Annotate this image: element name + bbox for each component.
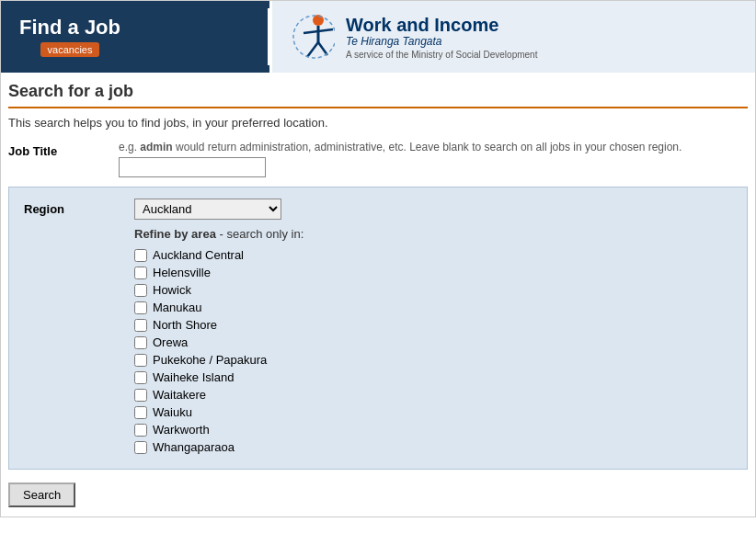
title-divider bbox=[8, 107, 748, 108]
work-income-logo: Work and Income Te Hiranga Tangata A ser… bbox=[291, 13, 537, 61]
svg-line-3 bbox=[307, 42, 318, 57]
checkbox-howick[interactable] bbox=[134, 284, 147, 297]
list-item: Waiheke Island bbox=[134, 370, 732, 384]
hint-prefix: e.g. bbox=[119, 141, 140, 153]
refine-bold: Refine by area bbox=[134, 227, 216, 241]
logo-figure-icon bbox=[291, 13, 335, 61]
svg-line-4 bbox=[318, 42, 327, 55]
region-section: Region Auckland Bay of Plenty Canterbury… bbox=[8, 187, 748, 470]
checkbox-orewa[interactable] bbox=[134, 336, 147, 349]
refine-suffix: - search only in: bbox=[216, 227, 304, 241]
header: Find a Job vacancies bbox=[1, 1, 755, 73]
area-label: Waiheke Island bbox=[153, 370, 234, 384]
checkbox-pukekohe[interactable] bbox=[134, 354, 147, 367]
area-label: Whangaparaoa bbox=[153, 440, 235, 454]
job-title-field: e.g. admin would return administration, … bbox=[119, 141, 748, 177]
checkbox-helensville[interactable] bbox=[134, 267, 147, 279]
page-content: Search for a job This search helps you t… bbox=[1, 73, 755, 517]
job-title-label: Job Title bbox=[8, 141, 119, 158]
region-select[interactable]: Auckland Bay of Plenty Canterbury Gisbor… bbox=[134, 199, 281, 220]
checkbox-auckland-central[interactable] bbox=[134, 249, 147, 262]
job-title-hint: e.g. admin would return administration, … bbox=[119, 141, 748, 153]
intro-text: This search helps you to find jobs, in y… bbox=[8, 116, 748, 130]
checkbox-whangaparaoa[interactable] bbox=[134, 441, 147, 454]
list-item: Auckland Central bbox=[134, 248, 732, 262]
logo-section: Work and Income Te Hiranga Tangata A ser… bbox=[269, 1, 755, 73]
refine-label: Refine by area - search only in: bbox=[134, 227, 732, 241]
list-item: Warkworth bbox=[134, 423, 732, 437]
list-item: Howick bbox=[134, 283, 732, 297]
list-item: Orewa bbox=[134, 335, 732, 349]
checkbox-waitakere[interactable] bbox=[134, 389, 147, 402]
page-title: Search for a job bbox=[8, 82, 748, 101]
brand-title: Find a Job bbox=[19, 17, 120, 39]
area-label: Warkworth bbox=[153, 423, 210, 437]
search-button-row: Search bbox=[8, 483, 748, 507]
list-item: North Shore bbox=[134, 318, 732, 332]
area-label: Waitakere bbox=[153, 388, 206, 402]
area-label: Pukekohe / Papakura bbox=[153, 353, 267, 367]
logo-main-text: Work and Income bbox=[346, 15, 537, 35]
job-title-input[interactable] bbox=[119, 157, 266, 177]
list-item: Helensville bbox=[134, 266, 732, 279]
logo-tagline: A service of the Ministry of Social Deve… bbox=[346, 50, 537, 60]
list-item: Waitakere bbox=[134, 388, 732, 402]
area-label: Waiuku bbox=[153, 405, 192, 419]
checkbox-manukau[interactable] bbox=[134, 301, 147, 314]
hint-keyword: admin bbox=[140, 141, 172, 153]
checkbox-warkworth[interactable] bbox=[134, 424, 147, 437]
brand-section: Find a Job vacancies bbox=[1, 1, 268, 73]
area-label: Auckland Central bbox=[153, 248, 244, 262]
checkbox-waiheke[interactable] bbox=[134, 371, 147, 384]
area-label: Howick bbox=[153, 283, 191, 297]
checkbox-waiuku[interactable] bbox=[134, 406, 147, 419]
list-item: Manukau bbox=[134, 301, 732, 314]
logo-text: Work and Income Te Hiranga Tangata A ser… bbox=[346, 15, 537, 60]
area-label: North Shore bbox=[153, 318, 217, 332]
region-row: Region Auckland Bay of Plenty Canterbury… bbox=[24, 199, 732, 458]
area-label: Helensville bbox=[153, 266, 211, 279]
list-item: Waiuku bbox=[134, 405, 732, 419]
list-item: Pukekohe / Papakura bbox=[134, 353, 732, 367]
logo-sub-text: Te Hiranga Tangata bbox=[346, 35, 537, 48]
checkbox-north-shore[interactable] bbox=[134, 319, 147, 332]
search-button[interactable]: Search bbox=[8, 483, 75, 507]
area-label: Manukau bbox=[153, 301, 201, 314]
area-checkboxes-list: Auckland Central Helensville Howick bbox=[134, 248, 732, 454]
hint-suffix: would return administration, administrat… bbox=[173, 141, 682, 153]
list-item: Whangaparaoa bbox=[134, 440, 732, 454]
job-title-row: Job Title e.g. admin would return admini… bbox=[8, 141, 748, 177]
region-label: Region bbox=[24, 199, 134, 216]
area-label: Orewa bbox=[153, 335, 188, 349]
vacancies-badge: vacancies bbox=[40, 42, 100, 57]
region-field: Auckland Bay of Plenty Canterbury Gisbor… bbox=[134, 199, 732, 458]
